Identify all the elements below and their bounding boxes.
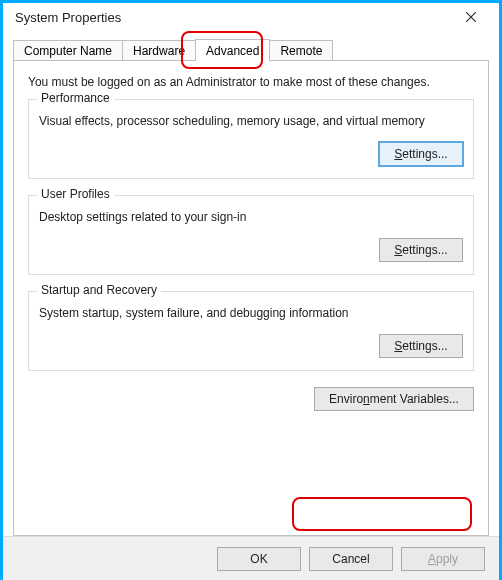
group-performance-body: Visual effects, processor scheduling, me…	[39, 114, 463, 128]
group-startup-recovery: Startup and Recovery System startup, sys…	[28, 291, 474, 371]
tab-panel-advanced: You must be logged on as an Administrato…	[13, 60, 489, 536]
ok-button[interactable]: OK	[217, 547, 301, 571]
group-startup-recovery-body: System startup, system failure, and debu…	[39, 306, 463, 320]
environment-variables-button[interactable]: Environment Variables...	[314, 387, 474, 411]
window-title: System Properties	[11, 10, 451, 25]
user-profiles-settings-button[interactable]: Settings...	[379, 238, 463, 262]
mnemonic: S	[394, 339, 402, 353]
btn-text: pply	[436, 552, 458, 566]
tab-computer-name[interactable]: Computer Name	[13, 40, 123, 61]
tab-remote[interactable]: Remote	[269, 40, 333, 61]
tab-hardware[interactable]: Hardware	[122, 40, 196, 61]
mnemonic: S	[394, 147, 402, 161]
btn-text-prefix: Enviro	[329, 392, 363, 406]
dialog-buttons: OK Cancel Apply	[3, 536, 499, 580]
titlebar: System Properties	[3, 3, 499, 31]
mnemonic: A	[428, 552, 436, 566]
btn-text-rest: ment Variables...	[370, 392, 459, 406]
group-user-profiles: User Profiles Desktop settings related t…	[28, 195, 474, 275]
admin-note: You must be logged on as an Administrato…	[28, 75, 474, 89]
mnemonic: S	[394, 243, 402, 257]
tabstrip: Computer Name Hardware Advanced Remote	[13, 37, 489, 61]
group-performance: Performance Visual effects, processor sc…	[28, 99, 474, 179]
tab-advanced[interactable]: Advanced	[195, 39, 270, 61]
mnemonic: n	[363, 392, 370, 406]
btn-text: ettings...	[402, 147, 447, 161]
performance-settings-button[interactable]: Settings...	[379, 142, 463, 166]
group-startup-recovery-legend: Startup and Recovery	[37, 283, 161, 297]
group-user-profiles-body: Desktop settings related to your sign-in	[39, 210, 463, 224]
btn-text: ettings...	[402, 339, 447, 353]
startup-recovery-settings-button[interactable]: Settings...	[379, 334, 463, 358]
group-performance-legend: Performance	[37, 91, 114, 105]
close-button[interactable]	[451, 3, 491, 31]
group-user-profiles-legend: User Profiles	[37, 187, 114, 201]
apply-button: Apply	[401, 547, 485, 571]
close-icon	[466, 12, 476, 22]
cancel-button[interactable]: Cancel	[309, 547, 393, 571]
btn-text: ettings...	[402, 243, 447, 257]
